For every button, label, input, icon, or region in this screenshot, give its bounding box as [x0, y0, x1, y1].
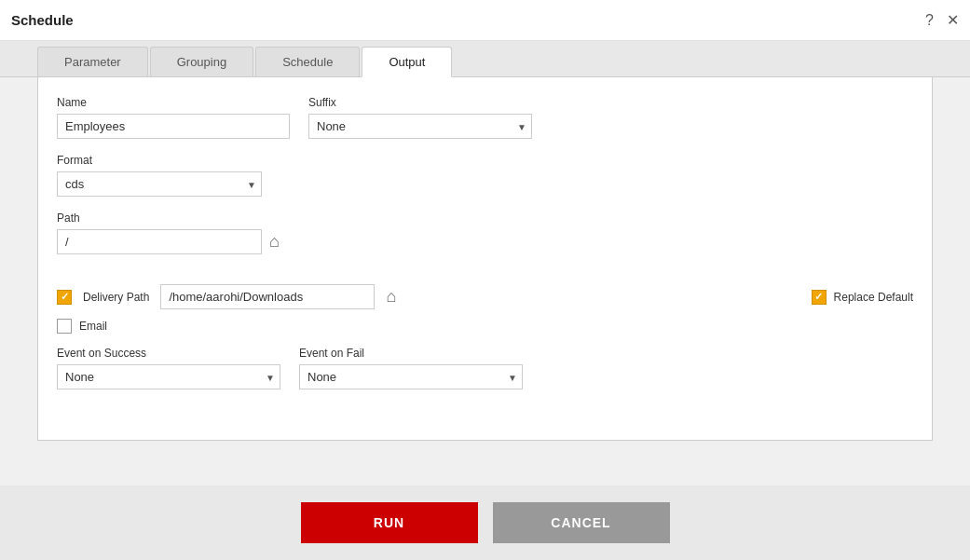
- delivery-path-input[interactable]: [160, 284, 375, 309]
- form-area: Name Suffix None Date Time DateTime ▼: [37, 77, 933, 441]
- button-area: RUN CANCEL: [0, 485, 970, 560]
- cancel-button[interactable]: CANCEL: [493, 502, 670, 543]
- suffix-select[interactable]: None Date Time DateTime: [308, 114, 532, 139]
- name-group: Name: [57, 96, 290, 139]
- name-label: Name: [57, 96, 290, 109]
- title-bar: Schedule ? ✕: [0, 0, 970, 41]
- event-fail-select[interactable]: None: [299, 364, 523, 389]
- suffix-label: Suffix: [308, 96, 532, 109]
- tab-grouping[interactable]: Grouping: [150, 47, 253, 76]
- format-group: Format cds pdf xlsx csv ▼: [57, 154, 262, 197]
- replace-default-checkmark: ✓: [814, 291, 823, 303]
- format-label: Format: [57, 154, 262, 167]
- event-success-label: Event on Success: [57, 347, 280, 360]
- title-icons: ? ✕: [925, 13, 959, 28]
- format-select[interactable]: cds pdf xlsx csv: [57, 171, 262, 197]
- event-success-select-wrapper: None ▼: [57, 364, 280, 389]
- dialog-title: Schedule: [11, 12, 74, 28]
- email-label: Email: [79, 320, 107, 333]
- email-row: Email: [57, 319, 913, 334]
- name-input[interactable]: [57, 114, 290, 139]
- event-success-group: Event on Success None ▼: [57, 347, 280, 389]
- delivery-path-label: Delivery Path: [83, 291, 149, 304]
- delivery-path-checkbox[interactable]: ✓: [57, 290, 72, 305]
- replace-default-group: ✓ Replace Default: [812, 290, 913, 305]
- email-checkbox[interactable]: [57, 319, 72, 334]
- path-group: Path ⌂: [57, 212, 913, 269]
- delivery-path-row: ✓ Delivery Path ⌂ ✓ Replace Default: [57, 284, 913, 309]
- tab-parameter[interactable]: Parameter: [37, 47, 148, 76]
- tab-output[interactable]: Output: [362, 47, 452, 77]
- path-input-row: ⌂: [57, 229, 913, 254]
- replace-default-checkbox[interactable]: ✓: [812, 290, 827, 305]
- help-button[interactable]: ?: [925, 13, 934, 28]
- event-fail-label: Event on Fail: [299, 347, 523, 360]
- delivery-path-checkmark: ✓: [61, 291, 69, 303]
- path-input[interactable]: [57, 229, 262, 254]
- path-home-icon[interactable]: ⌂: [269, 232, 280, 252]
- replace-default-label: Replace Default: [834, 291, 913, 304]
- event-fail-group: Event on Fail None ▼: [299, 347, 523, 389]
- event-success-select[interactable]: None: [57, 364, 280, 389]
- suffix-select-wrapper: None Date Time DateTime ▼: [308, 114, 532, 139]
- content-area: Parameter Grouping Schedule Output Name: [0, 41, 970, 485]
- tab-bar: Parameter Grouping Schedule Output: [0, 41, 970, 77]
- events-row: Event on Success None ▼ Event on Fail No…: [57, 347, 913, 389]
- suffix-group: Suffix None Date Time DateTime ▼: [308, 96, 532, 139]
- format-select-wrapper: cds pdf xlsx csv ▼: [57, 171, 262, 197]
- name-suffix-row: Name Suffix None Date Time DateTime ▼: [57, 96, 913, 139]
- tab-schedule[interactable]: Schedule: [255, 47, 360, 76]
- delivery-home-icon[interactable]: ⌂: [386, 287, 396, 307]
- close-button[interactable]: ✕: [947, 13, 959, 28]
- path-label: Path: [57, 212, 913, 225]
- run-button[interactable]: RUN: [301, 502, 478, 543]
- event-fail-select-wrapper: None ▼: [299, 364, 523, 389]
- format-row: Format cds pdf xlsx csv ▼: [57, 154, 913, 197]
